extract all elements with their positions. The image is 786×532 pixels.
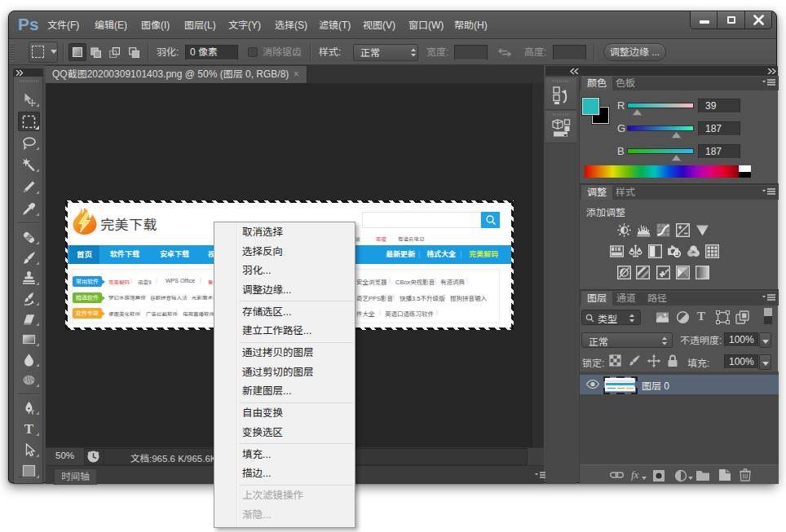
svg-text:T: T [24, 422, 34, 436]
